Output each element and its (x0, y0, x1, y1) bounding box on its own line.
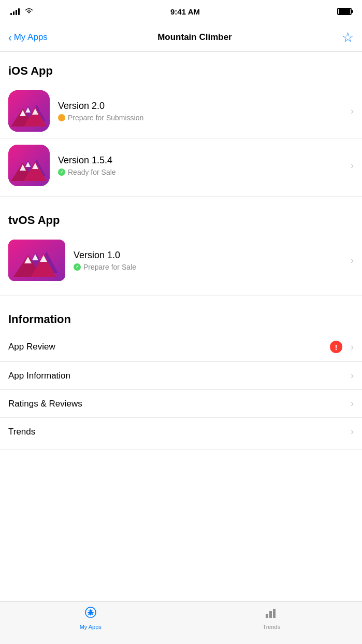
app-info-tv-v1: Version 1.0 Prepare for Sale (74, 250, 346, 271)
signal-area (10, 7, 33, 16)
svg-text:A: A (88, 608, 93, 617)
svg-rect-28 (269, 611, 272, 618)
svg-rect-29 (273, 609, 276, 618)
trends-tab-label: Trends (263, 624, 280, 630)
chevron-right-icon: › (351, 255, 354, 266)
signal-icon (10, 8, 20, 15)
chevron-right-icon: › (351, 426, 354, 437)
chevron-right-icon: › (351, 370, 354, 381)
tvos-section-header: tvOS App (0, 201, 362, 233)
app-icon-v2 (8, 90, 50, 132)
page-title: Mountain Climber (157, 32, 232, 43)
tab-my-apps[interactable]: A My Apps (0, 606, 181, 630)
status-green-icon (74, 263, 81, 271)
alert-badge-icon: ! (330, 341, 342, 353)
ratings-reviews-label: Ratings & Reviews (8, 399, 82, 409)
main-content: iOS App (0, 52, 362, 450)
list-item[interactable]: App Information › (0, 362, 362, 390)
ratings-right: › (346, 398, 354, 409)
separator (0, 450, 362, 450)
list-item[interactable]: App Review ! › (0, 332, 362, 362)
battery-icon (337, 8, 352, 15)
chevron-right-icon: › (351, 342, 354, 353)
chevron-right-icon: › (351, 160, 354, 171)
app-icon-tv-v1 (8, 240, 65, 281)
chevron-right-icon: › (351, 106, 354, 117)
information-header: Information (0, 300, 362, 332)
tab-bar: A My Apps Trends (0, 601, 362, 644)
trends-label: Trends (8, 427, 35, 437)
back-chevron-icon: ‹ (8, 32, 12, 43)
app-version-label: Version 1.5.4 (58, 155, 346, 166)
wifi-icon (25, 7, 33, 16)
separator (0, 197, 362, 197)
svg-rect-27 (266, 614, 268, 618)
separator (0, 296, 362, 296)
app-status: Prepare for Sale (74, 263, 346, 271)
status-time: 9:41 AM (170, 7, 200, 16)
status-text: Ready for Sale (68, 168, 116, 176)
my-apps-tab-label: My Apps (80, 624, 102, 630)
app-review-right: ! › (330, 341, 354, 353)
information-section: Information App Review ! › App Informati… (0, 300, 362, 450)
status-text: Prepare for Submission (68, 114, 143, 122)
status-green-icon (58, 169, 65, 176)
app-status: Prepare for Submission (58, 114, 346, 122)
trends-right: › (346, 426, 354, 437)
app-information-label: App Information (8, 371, 70, 381)
app-info-v2: Version 2.0 Prepare for Submission (58, 101, 346, 122)
status-bar: 9:41 AM (0, 0, 362, 23)
back-label: My Apps (14, 32, 48, 43)
trends-icon (264, 606, 279, 622)
app-review-label: App Review (8, 342, 55, 352)
app-status: Ready for Sale (58, 168, 346, 176)
list-item[interactable]: Version 2.0 Prepare for Submission › (0, 84, 362, 138)
battery-area (337, 8, 352, 15)
tab-trends[interactable]: Trends (181, 606, 363, 630)
list-item[interactable]: Version 1.0 Prepare for Sale › (0, 233, 362, 287)
app-version-label: Version 1.0 (74, 250, 346, 261)
ios-section-header: iOS App (0, 52, 362, 84)
app-info-v154: Version 1.5.4 Ready for Sale (58, 155, 346, 176)
ios-app-list: Version 2.0 Prepare for Submission › (0, 84, 362, 192)
status-yellow-icon (58, 114, 65, 121)
app-version-label: Version 2.0 (58, 101, 346, 111)
status-text: Prepare for Sale (83, 263, 136, 271)
list-item[interactable]: Version 1.5.4 Ready for Sale › (0, 138, 362, 192)
app-info-right: › (346, 370, 354, 381)
favorite-button[interactable]: ☆ (342, 31, 354, 44)
my-apps-icon: A (83, 606, 98, 622)
chevron-right-icon: › (351, 398, 354, 409)
tvos-app-list: Version 1.0 Prepare for Sale › (0, 233, 362, 287)
list-item[interactable]: Ratings & Reviews › (0, 390, 362, 418)
app-icon-v154 (8, 145, 50, 186)
back-button[interactable]: ‹ My Apps (8, 32, 48, 43)
nav-bar: ‹ My Apps Mountain Climber ☆ (0, 23, 362, 52)
list-item[interactable]: Trends › (0, 418, 362, 445)
